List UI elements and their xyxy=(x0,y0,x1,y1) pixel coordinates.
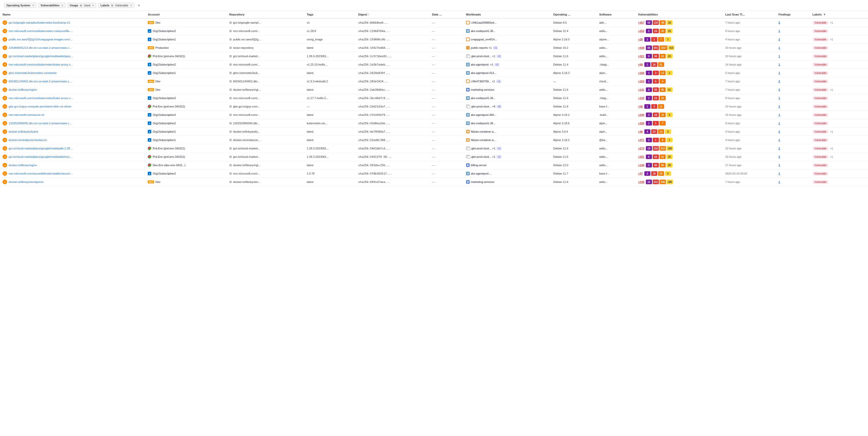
image-name[interactable]: ghcr.io/ermetic/kubernetes-connector xyxy=(9,71,57,75)
label-badge[interactable]: Vulnerable xyxy=(812,121,828,125)
vuln-delta[interactable]: +46 xyxy=(638,130,643,133)
image-name[interactable]: mcr.microsoft.com/oss/kubernetes-csi/azu… xyxy=(9,29,73,32)
findings-value[interactable]: 1 xyxy=(778,113,780,116)
vuln-delta[interactable]: +471 xyxy=(638,139,644,142)
label-more[interactable]: +1 xyxy=(830,130,833,133)
findings-value[interactable]: 2 xyxy=(778,88,780,91)
workload-name[interactable]: aks-nodepool1-36... xyxy=(471,122,496,125)
workload-name[interactable]: aks-agentpool- +1 xyxy=(471,63,493,66)
image-name[interactable]: mcr.microsoft.com/azuredefender/stable/s… xyxy=(9,172,73,175)
workload-name[interactable]: marketing-services xyxy=(471,88,494,91)
col-header-repository[interactable]: Repository xyxy=(227,11,304,18)
filter-chip-labels[interactable]: Labels is Vulnerable × xyxy=(98,3,134,8)
col-header-last-scan[interactable]: Last Scan Ti... xyxy=(722,11,776,18)
findings-value[interactable]: 1 xyxy=(778,164,780,167)
repo-name[interactable]: docker.io/verdaccio... xyxy=(233,139,260,142)
findings-value[interactable]: 2 xyxy=(778,38,780,41)
findings-value[interactable]: 1 xyxy=(778,29,780,32)
repo-name[interactable]: ghcr.io/ermetic/kub... xyxy=(233,71,260,75)
repo-name[interactable]: sivan-repository xyxy=(233,46,254,49)
image-name[interactable]: gcr.io/cloud-marketplace/google/mediawik… xyxy=(9,155,73,158)
workload-name[interactable]: cnappgoat_vm4f14... xyxy=(471,38,497,41)
image-name[interactable]: gcr.io/cloud-marketplace/google/mediawik… xyxy=(9,55,73,58)
findings-value[interactable]: 1 xyxy=(778,139,780,142)
col-header-name[interactable]: Name xyxy=(0,11,145,18)
col-header-account[interactable]: Account xyxy=(145,11,227,18)
vuln-delta[interactable]: +236 xyxy=(638,180,644,183)
label-more[interactable]: +1 xyxy=(830,88,833,91)
repo-name[interactable]: gke.gcr.io/gcp-com... xyxy=(233,105,260,108)
label-badge[interactable]: Vulnerable xyxy=(812,63,828,66)
vuln-delta[interactable]: +357 xyxy=(638,21,644,24)
findings-value[interactable]: 1 xyxy=(778,71,780,75)
repo-name[interactable]: public.ecr.aws/l3j2g... xyxy=(233,38,261,41)
label-badge[interactable]: Vulnerable xyxy=(812,71,828,75)
label-badge[interactable]: Vulnerable xyxy=(812,180,828,184)
repo-name[interactable]: mcr.microsoft.com/... xyxy=(233,172,260,175)
add-filter-button[interactable]: + xyxy=(136,3,142,8)
col-header-findings[interactable]: Findings xyxy=(776,11,810,18)
vuln-delta[interactable]: +201 xyxy=(638,155,644,158)
workload-count-badge[interactable]: +1 xyxy=(493,46,498,50)
workload-count-badge[interactable]: +1 xyxy=(496,80,501,83)
label-more[interactable]: +1 xyxy=(830,155,833,158)
col-header-vulnerabilities[interactable]: Vulnerabilities xyxy=(636,11,722,18)
label-badge[interactable]: Vulnerable xyxy=(812,130,828,134)
image-name[interactable]: 226366691213.dkr.ecr.us-east-2.amazonaws… xyxy=(9,46,73,49)
repo-name[interactable]: docker.io/library/wo... xyxy=(233,180,260,183)
findings-value[interactable]: 1 xyxy=(778,172,780,175)
label-more[interactable]: +1 xyxy=(830,147,833,150)
repo-name[interactable]: docker.io/library/ngi... xyxy=(233,88,261,91)
workload-count-badge[interactable]: +1 xyxy=(497,55,501,58)
label-badge[interactable]: Vulnerable xyxy=(812,163,828,167)
image-name[interactable]: gcr.io/google-samples/kubernetes-bootcam… xyxy=(9,21,70,24)
col-header-labels[interactable]: Labels ▼ xyxy=(810,11,868,18)
vuln-delta[interactable]: +273 xyxy=(638,147,644,150)
vuln-delta[interactable]: +253 xyxy=(638,29,644,32)
vuln-delta[interactable]: +37 xyxy=(638,172,643,175)
vuln-delta[interactable]: +438 xyxy=(638,46,644,49)
label-badge[interactable]: Vulnerable xyxy=(812,113,828,117)
repo-name[interactable]: 602401143452.dkr... xyxy=(233,80,260,83)
repo-name[interactable]: mcr.microsoft.com/... xyxy=(233,96,260,99)
image-name[interactable]: docker.io/library/wordpress xyxy=(9,180,43,183)
findings-value[interactable]: 1 xyxy=(778,63,780,66)
findings-value[interactable]: 1 xyxy=(778,46,780,49)
col-header-workloads[interactable]: Workloads xyxy=(464,11,551,18)
col-header-digest[interactable]: Digest ↑ xyxy=(356,11,430,18)
vuln-delta[interactable]: +160 xyxy=(638,122,644,125)
label-badge[interactable]: Vulnerable xyxy=(812,38,828,41)
image-name[interactable]: docker.io/library/nginx xyxy=(9,88,37,91)
workload-name[interactable]: marketing-services xyxy=(471,180,494,183)
filter-close-vuln[interactable]: × xyxy=(61,4,63,7)
findings-value[interactable]: 2 xyxy=(778,147,780,150)
workload-name[interactable]: public-reports +1 xyxy=(471,46,492,49)
workload-name[interactable]: aks-agentpool-... xyxy=(471,172,492,175)
image-name[interactable]: mcr.microsoft.com/azure-cli xyxy=(9,113,44,116)
label-badge[interactable]: Vulnerable xyxy=(812,54,828,58)
image-name[interactable]: gcr.io/cloud-marketplace/google/mediawik… xyxy=(9,147,73,150)
col-header-software[interactable]: Software xyxy=(597,11,636,18)
label-badge[interactable]: Vulnerable xyxy=(812,155,828,159)
workload-name[interactable]: billing-server xyxy=(471,164,487,167)
col-header-date[interactable]: Date ... xyxy=(430,11,464,18)
filter-close-usage[interactable]: × xyxy=(92,4,94,7)
vuln-delta[interactable]: +103 xyxy=(638,80,644,83)
label-badge[interactable]: Vulnerable xyxy=(812,105,828,109)
workload-count-badge[interactable]: +6 xyxy=(497,105,501,108)
vuln-delta[interactable]: +20 xyxy=(638,38,643,41)
workload-name[interactable]: Nitzan-container-a... xyxy=(471,139,496,142)
findings-value[interactable]: 1 xyxy=(778,55,780,58)
vuln-delta[interactable]: +166 xyxy=(638,71,644,75)
workload-name[interactable]: aks-nodepool1-36... xyxy=(471,96,496,99)
filter-close-os[interactable]: × xyxy=(32,4,34,7)
workload-name[interactable]: gke-prod-clust... +1 xyxy=(471,55,495,58)
repo-name[interactable]: mcr.microsoft.com/... xyxy=(233,29,260,32)
vuln-delta[interactable]: +321 xyxy=(638,55,644,58)
label-badge[interactable]: Vulnerable xyxy=(812,96,828,100)
workload-name[interactable]: Nitzan-container-a... xyxy=(471,130,496,133)
image-name[interactable]: docker.io/linkyard/yaml xyxy=(9,130,38,133)
label-badge[interactable]: Vulnerable xyxy=(812,172,828,176)
label-badge[interactable]: Vulnerable xyxy=(812,80,828,83)
findings-value[interactable]: 2 xyxy=(778,21,780,24)
